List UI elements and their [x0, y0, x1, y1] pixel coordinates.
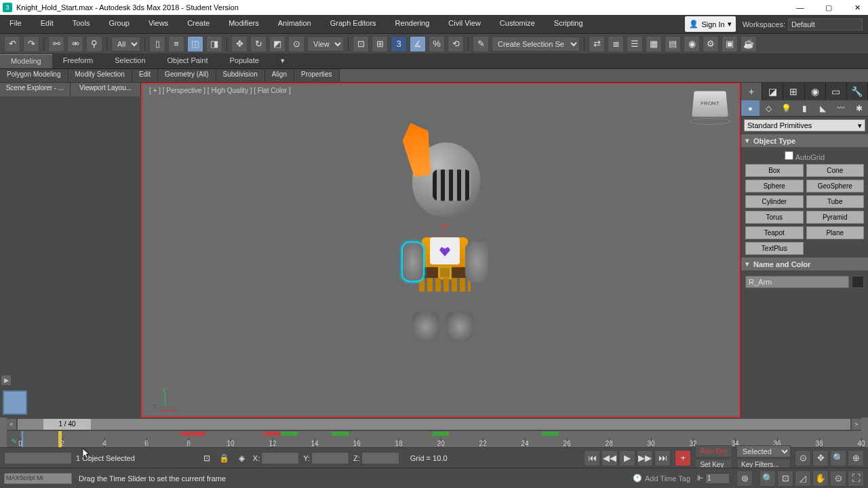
autogrid-checkbox[interactable]	[785, 151, 793, 160]
key-target-select[interactable]: Selected	[736, 445, 791, 458]
pan-button[interactable]: ✋	[812, 470, 829, 487]
color-swatch[interactable]	[852, 276, 864, 288]
keyframe[interactable]	[264, 432, 281, 436]
prim-pyramid[interactable]: Pyramid	[806, 211, 865, 224]
viewport[interactable]: [ + ] [ Perspective ] [ High Quality ] […	[141, 83, 741, 418]
menu-modifiers[interactable]: Modifiers	[219, 15, 269, 33]
name-color-rollout[interactable]: ▾Name and Color	[741, 258, 868, 270]
shapes-icon[interactable]: ◇	[760, 100, 778, 116]
sr-edit[interactable]: Edit	[132, 69, 158, 82]
sr-modifysel[interactable]: Modify Selection	[68, 69, 132, 82]
menu-animation[interactable]: Animation	[269, 15, 321, 33]
sr-subdiv[interactable]: Subdivision	[216, 69, 265, 82]
pivot-button[interactable]: ⊡	[353, 36, 369, 52]
unlink-button[interactable]: ⚮	[67, 36, 83, 52]
prev-frame-button[interactable]: <	[7, 419, 16, 430]
ribbon-selection[interactable]: Selection	[104, 54, 156, 68]
prim-sphere[interactable]: Sphere	[745, 180, 804, 192]
move-button[interactable]: ✥	[231, 36, 248, 52]
time-config-icon[interactable]: ⊚	[736, 470, 753, 487]
prim-teapot[interactable]: Teapot	[745, 226, 804, 239]
isolate-icon[interactable]: ◈	[235, 451, 249, 465]
ribbon-objectpaint[interactable]: Object Paint	[157, 54, 219, 68]
menu-grapheditors[interactable]: Graph Editors	[321, 15, 386, 33]
status-input[interactable]	[4, 452, 72, 464]
rect-region-button[interactable]: ◫	[187, 36, 203, 52]
create-tab[interactable]: +	[741, 83, 762, 100]
next-frame-button[interactable]: >	[852, 419, 861, 430]
zoom-extents-button[interactable]: 🔍	[760, 470, 776, 487]
prim-cone[interactable]: Cone	[806, 164, 865, 177]
viewcube-ring[interactable]	[690, 118, 730, 125]
selection-set[interactable]: Create Selection Se	[492, 37, 580, 52]
helpers-icon[interactable]: ◣	[814, 100, 832, 116]
frame-spinner[interactable]	[705, 473, 730, 484]
filter-select[interactable]: All	[111, 37, 140, 52]
material-editor-button[interactable]: ◉	[684, 36, 700, 52]
panel-expand-button[interactable]: ▶	[1, 375, 11, 385]
nav-zoom-button[interactable]: 🔍	[830, 450, 846, 466]
time-tag-button[interactable]: 🕐 Add Time Tag	[633, 474, 690, 483]
keyframe[interactable]	[332, 432, 349, 436]
menu-group[interactable]: Group	[99, 15, 139, 33]
time-slider[interactable]: < 1 / 40 >	[7, 418, 861, 431]
maxscript-listener[interactable]: MAXScript Mi	[4, 473, 72, 484]
time-thumb[interactable]: 1 / 40	[43, 419, 91, 430]
render-button[interactable]: ☕	[741, 36, 757, 52]
menu-views[interactable]: Views	[139, 15, 178, 33]
schematic-button[interactable]: ▤	[665, 36, 681, 52]
sr-align[interactable]: Align	[265, 69, 294, 82]
menu-create[interactable]: Create	[178, 15, 219, 33]
time-config-button[interactable]: ⊙	[795, 450, 811, 466]
prim-cylinder[interactable]: Cylinder	[745, 195, 804, 208]
workspace-select[interactable]	[788, 18, 863, 30]
viewcube[interactable]: FRONT	[686, 89, 734, 130]
manip-button[interactable]: ⊞	[372, 36, 388, 52]
snap-toggle[interactable]: 3	[391, 36, 407, 52]
lock-selection-icon[interactable]: ⊡	[200, 451, 214, 465]
prim-box[interactable]: Box	[745, 164, 804, 177]
menu-edit[interactable]: Edit	[31, 15, 63, 33]
sr-polymodel[interactable]: Polygon Modeling	[0, 69, 68, 82]
menu-customize[interactable]: Customize	[490, 15, 545, 33]
right-boot-mesh[interactable]	[446, 312, 473, 342]
lights-icon[interactable]: 💡	[777, 100, 795, 116]
nav-orbit-button[interactable]: ⊕	[848, 450, 864, 466]
link-button[interactable]: ⚯	[48, 36, 64, 52]
modify-tab[interactable]: ◪	[762, 83, 783, 100]
prim-geosphere[interactable]: GeoSphere	[806, 180, 865, 192]
autokey-button[interactable]: Auto Key	[695, 445, 732, 458]
prev-key-button[interactable]: ◀◀	[601, 450, 618, 466]
time-track[interactable]: 1 / 40	[18, 419, 850, 430]
display-tab[interactable]: ▭	[826, 83, 847, 100]
utilities-tab[interactable]: 🔧	[847, 83, 868, 100]
object-name-input[interactable]	[745, 276, 849, 288]
keyframe[interactable]	[281, 432, 298, 436]
right-arm-mesh[interactable]	[465, 241, 488, 282]
timeline-ruler[interactable]: 0246810121416182022242628303234363840	[20, 431, 861, 447]
close-button[interactable]: ✕	[849, 3, 865, 12]
lock-icon[interactable]: 🔒	[218, 451, 231, 465]
scene-explorer-tab[interactable]: Scene Explorer - ...	[0, 83, 71, 96]
maximize-button[interactable]: ▢	[821, 3, 837, 12]
goto-start-button[interactable]: ⏮	[584, 450, 600, 466]
ribbon-populate[interactable]: Populate	[218, 54, 269, 68]
keyframe[interactable]	[542, 432, 559, 436]
viewport-layout-preset[interactable]	[3, 390, 27, 415]
nav-pan-button[interactable]: ✥	[812, 450, 829, 466]
play-button[interactable]: ▶	[619, 450, 635, 466]
motion-tab[interactable]: ◉	[805, 83, 826, 100]
bind-button[interactable]: ⚲	[86, 36, 102, 52]
orbit-button[interactable]: ⊙	[830, 470, 846, 487]
ribbon-expand[interactable]: ▾	[270, 54, 296, 68]
ribbon-modeling[interactable]: Modeling	[0, 54, 52, 68]
left-arm-selected[interactable]	[401, 241, 425, 282]
viewport-label[interactable]: [ + ] [ Perspective ] [ High Quality ] […	[149, 87, 291, 94]
select-button[interactable]: ▯	[149, 36, 165, 52]
torso-mesh[interactable]	[422, 237, 468, 278]
rotate-button[interactable]: ↻	[250, 36, 267, 52]
keyframe[interactable]	[433, 432, 450, 436]
redo-button[interactable]: ↷	[23, 36, 39, 52]
refcoord-select[interactable]: View	[307, 37, 344, 52]
category-dropdown[interactable]: Standard Primitives▾	[744, 119, 865, 131]
